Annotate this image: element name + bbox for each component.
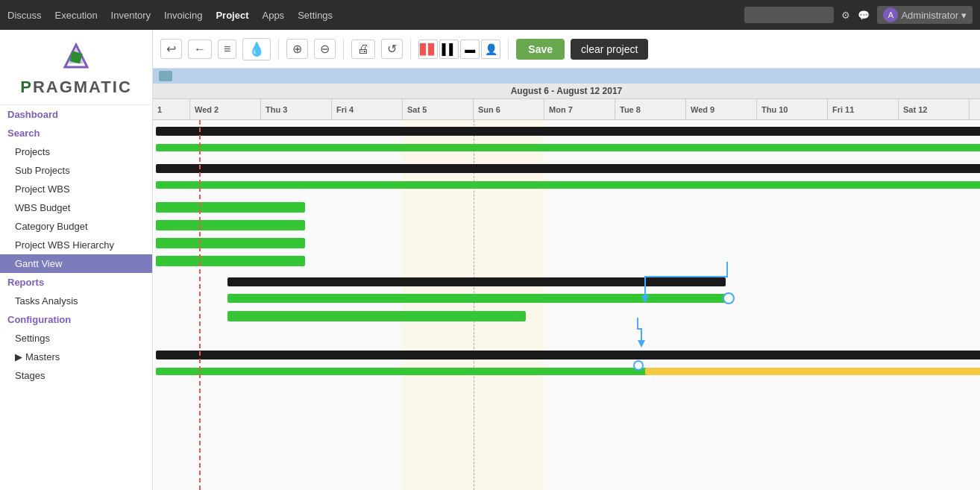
gantt-bar-6[interactable]: [156, 256, 305, 266]
gantt-row-8: [153, 308, 980, 324]
admin-chevron-icon: ▾: [961, 10, 967, 21]
view-icon-4[interactable]: 👤: [481, 40, 500, 59]
gantt-bar-1b[interactable]: [156, 144, 980, 151]
gantt-bar-9b-yellow[interactable]: [645, 368, 980, 375]
sidebar-item-tasksanalysis[interactable]: Tasks Analysis: [0, 292, 152, 310]
gantt-row-5: [153, 235, 980, 251]
view-icon-3[interactable]: ▬: [460, 40, 480, 59]
refresh-button[interactable]: ↺: [381, 39, 403, 59]
gantt-bar-7a[interactable]: [227, 277, 726, 286]
back-button[interactable]: ←: [188, 40, 212, 59]
logo-icon: [57, 37, 95, 75]
undo-button[interactable]: ↩: [160, 39, 182, 59]
main-content: ↩ ← ≡ 💧 ⊕ ⊖ 🖨 ↺ ▊▊ ▌▌ ▬ 👤 Save clear pro…: [153, 30, 980, 490]
admin-button[interactable]: A Administrator ▾: [877, 6, 973, 24]
gantt-row-6: [153, 253, 980, 269]
zoom-in-button[interactable]: ⊕: [286, 39, 308, 59]
masters-expand-icon: ▶: [15, 351, 22, 362]
col-fri11: Fri 11: [828, 99, 899, 119]
col-thu3: Thu 3: [261, 99, 332, 119]
gantt-columns-header: 1 Wed 2 Thu 3 Fri 4 Sat 5 Sun 6 Mon 7 Tu…: [153, 99, 980, 120]
nav-apps[interactable]: Apps: [262, 10, 284, 21]
toolbar-separator-4: [508, 39, 509, 60]
sidebar-item-categorybudget[interactable]: Category Budget: [0, 217, 152, 236]
gantt-date-header: August 6 - August 12 2017: [153, 84, 980, 99]
view-icon-1[interactable]: ▊▊: [418, 40, 438, 59]
gantt-row-1: [153, 123, 980, 139]
gantt-bar-4[interactable]: [156, 220, 305, 230]
col-thu10: Thu 10: [757, 99, 828, 119]
toolbar-separator-1: [278, 39, 279, 60]
gantt-row-4: [153, 217, 980, 233]
zoom-out-button[interactable]: ⊖: [314, 39, 336, 59]
print-button[interactable]: 🖨: [351, 40, 375, 59]
sidebar-item-dashboard[interactable]: Dashboard: [0, 105, 152, 124]
gantt-bar-3[interactable]: [156, 202, 305, 213]
chat-icon[interactable]: 💬: [858, 10, 870, 21]
col-tue8: Tue 8: [615, 99, 686, 119]
admin-avatar: A: [883, 7, 898, 22]
toolbar: ↩ ← ≡ 💧 ⊕ ⊖ 🖨 ↺ ▊▊ ▌▌ ▬ 👤 Save clear pro…: [153, 30, 980, 69]
sidebar-section-reports[interactable]: Reports: [0, 273, 152, 292]
gantt-row-1b: [153, 139, 980, 156]
logo-area: PRAGMATIC: [0, 30, 152, 105]
sidebar-item-settings[interactable]: Settings: [0, 329, 152, 348]
today-line: [199, 120, 201, 490]
gantt-body: [153, 120, 980, 490]
connector-circle-1: [723, 292, 735, 304]
col-wed9: Wed 9: [686, 99, 757, 119]
view-icons: ▊▊ ▌▌ ▬ 👤: [418, 40, 500, 59]
drop-button[interactable]: 💧: [242, 38, 271, 60]
gantt-filter-row: [153, 69, 980, 84]
gantt-row-9b: [153, 363, 980, 380]
gantt-bar-1a[interactable]: [156, 127, 980, 136]
gantt-filter-icon[interactable]: [159, 71, 172, 81]
gantt-row-7a: [153, 274, 980, 290]
sidebar-item-projectwbshierarchy[interactable]: Project WBS Hierarchy: [0, 236, 152, 254]
sidebar-item-subprojects[interactable]: Sub Projects: [0, 161, 152, 180]
task-list-button[interactable]: ≡: [218, 40, 236, 59]
toolbar-separator-3: [410, 39, 411, 60]
gantt-bars: [153, 120, 980, 380]
sidebar-item-wbsbudget[interactable]: WBS Budget: [0, 198, 152, 217]
sidebar-section-configuration[interactable]: Configuration: [0, 310, 152, 329]
sidebar: PRAGMATIC Dashboard Search Projects Sub …: [0, 30, 153, 490]
sidebar-item-ganttview[interactable]: Gantt View: [0, 254, 152, 273]
gantt-bar-2a[interactable]: [156, 164, 980, 173]
logo-text: PRAGMATIC: [7, 78, 145, 97]
sidebar-item-projects[interactable]: Projects: [0, 142, 152, 161]
sidebar-item-masters[interactable]: ▶ Masters: [0, 348, 152, 366]
nav-execution[interactable]: Execution: [55, 10, 98, 21]
admin-label: Administrator: [901, 10, 958, 21]
save-button[interactable]: Save: [516, 39, 565, 60]
sidebar-item-projectwbs[interactable]: Project WBS: [0, 180, 152, 198]
gantt-row-3: [153, 199, 980, 216]
gantt-row-2b: [153, 177, 980, 193]
gantt-row-2a: [153, 160, 980, 177]
gantt-bar-2b[interactable]: [156, 181, 980, 189]
nav-discuss[interactable]: Discuss: [7, 10, 42, 21]
gantt-wrapper: August 6 - August 12 2017 1 Wed 2 Thu 3 …: [153, 69, 980, 490]
gantt-bar-9a[interactable]: [156, 351, 980, 359]
nav-project[interactable]: Project: [216, 10, 248, 21]
clear-project-button[interactable]: clear project: [571, 39, 648, 60]
toolbar-separator-2: [343, 39, 344, 60]
topnav: Discuss Execution Inventory Invoicing Pr…: [0, 0, 980, 30]
gantt-bar-8[interactable]: [227, 311, 526, 321]
col-sun6: Sun 6: [474, 99, 544, 119]
topnav-search-input[interactable]: [744, 7, 834, 23]
gantt-bar-5[interactable]: [156, 238, 305, 248]
settings-icon[interactable]: ⚙: [841, 10, 850, 21]
connector-circle-2: [633, 360, 644, 371]
col-wed2: Wed 2: [190, 99, 261, 119]
gantt-bar-7b[interactable]: [227, 294, 726, 303]
nav-settings[interactable]: Settings: [298, 10, 333, 21]
nav-inventory[interactable]: Inventory: [111, 10, 151, 21]
view-icon-2[interactable]: ▌▌: [439, 40, 459, 59]
col-sat5: Sat 5: [403, 99, 474, 119]
topnav-right: ⚙ 💬 A Administrator ▾: [744, 6, 973, 24]
sidebar-item-stages[interactable]: Stages: [0, 366, 152, 385]
gantt-row-9a: [153, 347, 980, 363]
nav-invoicing[interactable]: Invoicing: [164, 10, 202, 21]
sidebar-item-search[interactable]: Search: [0, 124, 152, 142]
